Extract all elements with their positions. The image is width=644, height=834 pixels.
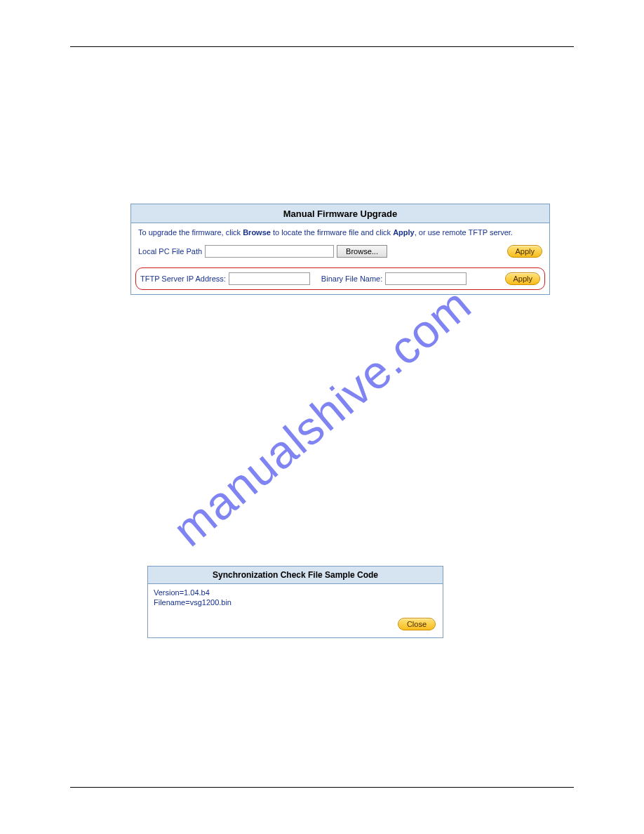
instr-bold-browse: Browse (243, 228, 271, 237)
panel-title: Manual Firmware Upgrade (131, 204, 549, 223)
tftp-highlight: TFTP Server IP Address: Binary File Name… (135, 267, 545, 290)
browse-button[interactable]: Browse... (337, 245, 387, 258)
binary-file-label: Binary File Name: (321, 274, 382, 283)
local-file-input[interactable] (205, 245, 334, 258)
sync-line-filename: Filename=vsg1200.bin (154, 598, 437, 608)
tftp-ip-label: TFTP Server IP Address: (140, 274, 226, 283)
local-file-row: Local PC File Path Browse... Apply (131, 241, 549, 266)
close-button[interactable]: Close (398, 618, 436, 630)
instr-text: To upgrade the firmware, click (138, 228, 243, 237)
rule-top (70, 46, 574, 47)
apply-button-tftp[interactable]: Apply (505, 272, 540, 285)
instr-text: to locate the firmware file and click (271, 228, 393, 237)
instr-text: , or use remote TFTP server. (415, 228, 513, 237)
sync-content: Version=1.04.b4 Filename=vsg1200.bin (148, 584, 443, 611)
watermark: manualshive.com (163, 277, 481, 557)
page: manualshive.com Manual Firmware Upgrade … (0, 0, 644, 834)
manual-firmware-upgrade-panel: Manual Firmware Upgrade To upgrade the f… (130, 204, 550, 295)
instructions: To upgrade the firmware, click Browse to… (131, 223, 549, 241)
sync-check-panel: Synchronization Check File Sample Code V… (147, 566, 443, 638)
sync-line-version: Version=1.04.b4 (154, 588, 437, 598)
tftp-ip-input[interactable] (229, 272, 310, 285)
rule-bottom (70, 787, 574, 788)
panel-footer: Close (148, 611, 443, 637)
apply-button-local[interactable]: Apply (507, 245, 542, 258)
instr-bold-apply: Apply (393, 228, 415, 237)
local-file-label: Local PC File Path (138, 247, 202, 256)
binary-file-input[interactable] (385, 272, 467, 285)
panel-title: Synchronization Check File Sample Code (148, 567, 443, 584)
tftp-row: TFTP Server IP Address: Binary File Name… (140, 272, 540, 285)
